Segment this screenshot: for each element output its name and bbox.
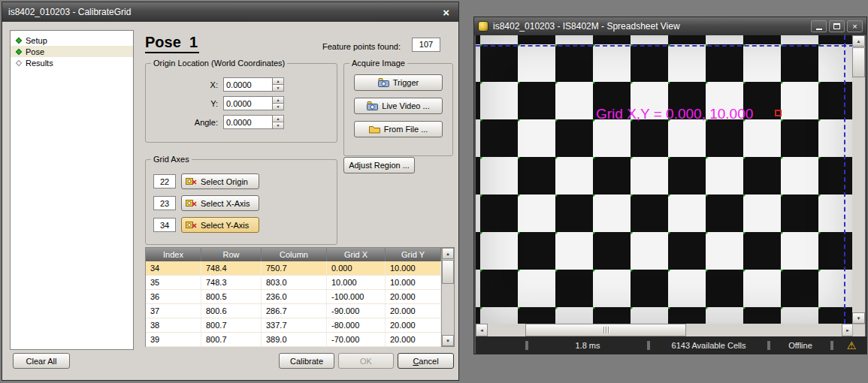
x-axis-row: Select X-Axis <box>153 195 337 211</box>
calibrate-button[interactable]: Calibrate <box>279 353 334 369</box>
select-y-axis-button[interactable]: Select Y-Axis <box>181 217 259 233</box>
x-spin-down-icon[interactable]: ▼ <box>273 85 284 92</box>
grid-axes-group-title: Grid Axes <box>151 155 192 164</box>
status-separator <box>830 341 833 350</box>
adjust-region-button[interactable]: Adjust Region ... <box>343 157 415 173</box>
status-separator <box>525 341 528 350</box>
warning-icon[interactable]: ⚠ <box>836 336 866 354</box>
cell-column: 337.7 <box>262 318 327 332</box>
spreadsheet-title: is8402_010203 - IS8402M - Spreadsheet Vi… <box>493 21 809 32</box>
x-axis-cell-input[interactable] <box>153 196 176 210</box>
ok-button: OK <box>338 353 394 369</box>
cell-grid-x: -80.000 <box>327 318 386 332</box>
clear-all-button-label: Clear All <box>26 357 57 366</box>
table-row[interactable]: 37 800.6 286.7 -90.000 20.000 <box>146 304 441 318</box>
cancel-button-label: Cancel <box>413 357 438 366</box>
cell-grid-y: 10.000 <box>386 276 441 289</box>
thumb-grip <box>608 327 609 333</box>
cell-column: 750.7 <box>262 261 327 275</box>
from-file-button[interactable]: From File ... <box>354 121 443 137</box>
region-right-edge[interactable] <box>844 35 845 324</box>
from-file-button-label: From File ... <box>384 125 428 134</box>
cell-index: 35 <box>146 276 201 289</box>
nav-tree: Setup Pose Results <box>10 30 134 350</box>
scroll-down-icon[interactable]: ▼ <box>442 335 454 346</box>
cell-index: 39 <box>146 333 201 346</box>
region-top-edge[interactable] <box>476 45 854 47</box>
table-scrollbar[interactable]: ▲ ▼ <box>441 248 454 346</box>
scroll-up-icon[interactable]: ▲ <box>442 248 454 259</box>
table-scrollbar-thumb[interactable] <box>442 260 454 284</box>
status-separator <box>647 341 650 350</box>
clear-all-button[interactable]: Clear All <box>13 353 70 369</box>
camera-icon <box>367 101 378 110</box>
hollow-diamond-icon <box>16 59 22 65</box>
green-diamond-icon <box>16 37 22 43</box>
cell-column: 286.7 <box>262 304 327 318</box>
status-bar: 1.8 ms 6143 Available Cells Offline ⚠ <box>476 336 866 354</box>
select-target-icon <box>186 221 197 230</box>
angle-input[interactable] <box>223 115 273 129</box>
insight-app-icon <box>478 21 488 32</box>
cell-grid-y: 10.000 <box>386 261 441 275</box>
horizontal-scrollbar-thumb[interactable] <box>525 324 686 336</box>
status-separator <box>767 341 770 350</box>
cancel-button[interactable]: Cancel <box>398 353 454 369</box>
cell-row: 800.5 <box>201 290 262 303</box>
ok-button-label: OK <box>360 357 372 366</box>
live-video-button[interactable]: Live Video ... <box>354 98 443 114</box>
scroll-down-icon[interactable]: ▼ <box>852 312 865 324</box>
table-row[interactable]: 39 800.7 389.0 -70.000 20.000 <box>146 333 441 347</box>
vertical-scrollbar[interactable]: ▲ ▼ <box>852 35 865 324</box>
adjust-region-button-label: Adjust Region ... <box>349 161 410 170</box>
scrollbar-corner <box>852 324 865 336</box>
y-axis-cell-input[interactable] <box>153 218 176 232</box>
tree-item-setup[interactable]: Setup <box>11 35 133 46</box>
y-spin-down-icon[interactable]: ▼ <box>273 104 284 110</box>
angle-spin-up-icon[interactable]: ▲ <box>273 115 284 122</box>
connection-status: Offline <box>773 336 827 354</box>
table-header-row: Index Row Column Grid X Grid Y <box>146 248 441 261</box>
scroll-left-icon[interactable]: ◄ <box>476 324 488 336</box>
close-icon[interactable]: × <box>440 6 452 19</box>
maximize-button[interactable] <box>829 20 845 32</box>
spreadsheet-titlebar[interactable]: is8402_010203 - IS8402M - Spreadsheet Vi… <box>474 17 866 35</box>
feature-points-value: 107 <box>412 38 440 52</box>
close-button[interactable]: × <box>847 20 863 32</box>
table-row[interactable]: 38 800.7 337.7 -80.000 20.000 <box>146 318 441 333</box>
select-target-icon <box>186 177 197 186</box>
table-row[interactable]: 34 748.4 750.7 0.000 10.000 <box>146 261 441 276</box>
cell-row: 800.7 <box>201 318 262 332</box>
x-input[interactable] <box>223 77 273 92</box>
select-origin-button[interactable]: Select Origin <box>181 173 259 189</box>
grid-axes-group: Grid Axes Select Origin Select X-Axis <box>145 159 337 245</box>
trigger-button[interactable]: Trigger <box>354 74 443 91</box>
tree-item-results[interactable]: Results <box>11 57 133 68</box>
cell-row: 748.4 <box>201 261 262 275</box>
y-label: Y: <box>210 99 218 108</box>
calibrategrid-titlebar[interactable]: is8402_010203 - CalibrateGrid × <box>2 2 458 22</box>
live-video-button-label: Live Video ... <box>382 101 429 110</box>
select-x-axis-button[interactable]: Select X-Axis <box>181 195 259 211</box>
x-spin-up-icon[interactable]: ▲ <box>273 77 284 85</box>
scroll-up-icon[interactable]: ▲ <box>852 35 865 47</box>
calibrategrid-window: is8402_010203 - CalibrateGrid × Setup Po… <box>2 2 459 381</box>
column-header: Index <box>146 248 201 261</box>
cell-grid-x: -70.000 <box>327 333 386 346</box>
vertical-scrollbar-thumb[interactable] <box>852 47 865 77</box>
y-spin-up-icon[interactable]: ▲ <box>273 96 284 104</box>
horizontal-scrollbar[interactable]: ◄ ► <box>476 324 854 336</box>
select-target-icon <box>186 199 197 208</box>
calibration-checkerboard-image[interactable]: Grid X,Y = 0.000, 10.000 <box>476 35 854 324</box>
available-cells: 6143 Available Cells <box>653 336 764 354</box>
angle-spin-down-icon[interactable]: ▼ <box>273 122 284 129</box>
minimize-button[interactable] <box>811 20 827 32</box>
tree-item-pose[interactable]: Pose <box>11 46 133 57</box>
table-row[interactable]: 35 748.3 803.0 10.000 10.000 <box>146 276 441 290</box>
y-input[interactable] <box>223 96 273 110</box>
table-row[interactable]: 36 800.5 236.0 -100.000 20.000 <box>146 290 441 304</box>
pose-panel: Pose 1 Feature points found: 107 Origin … <box>139 30 455 351</box>
origin-cell-input[interactable] <box>153 174 176 188</box>
close-icon: × <box>852 22 857 31</box>
origin-location-group-title: Origin Location (World Coordinates) <box>151 59 287 68</box>
